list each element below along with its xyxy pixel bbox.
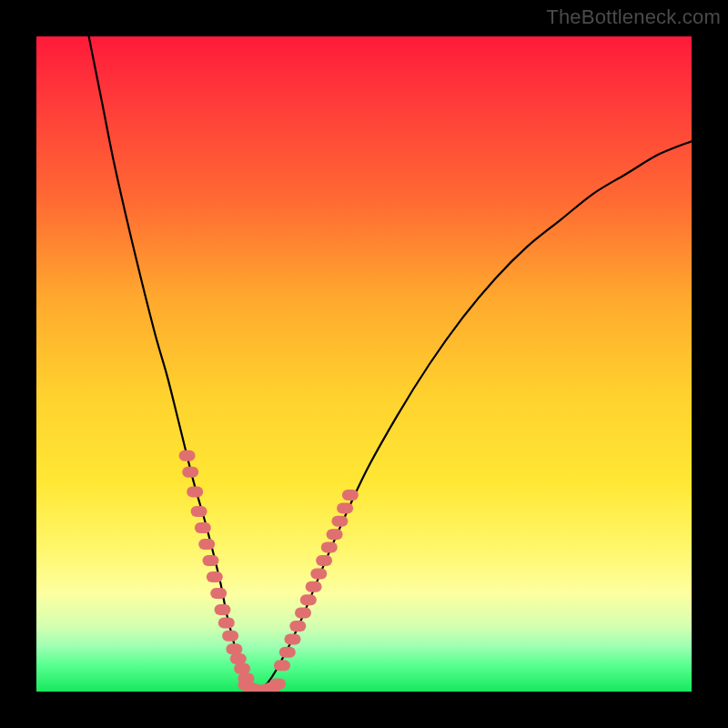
svg-rect-9	[215, 604, 231, 615]
svg-rect-13	[230, 653, 247, 664]
svg-rect-0	[179, 450, 196, 461]
svg-rect-1	[182, 467, 198, 478]
svg-rect-12	[226, 643, 242, 654]
svg-rect-7	[207, 571, 223, 582]
svg-rect-27	[295, 608, 311, 619]
svg-rect-28	[300, 594, 317, 605]
svg-rect-14	[234, 663, 250, 674]
chart-svg	[36, 36, 692, 692]
svg-rect-4	[195, 522, 211, 533]
svg-rect-29	[306, 581, 322, 592]
svg-rect-23	[274, 660, 290, 671]
highlight-dots-bottom	[238, 678, 286, 692]
svg-rect-3	[191, 506, 207, 517]
svg-rect-8	[210, 588, 227, 599]
plot-area	[36, 36, 692, 692]
svg-rect-31	[316, 555, 332, 566]
svg-rect-35	[337, 502, 353, 513]
svg-rect-30	[310, 568, 327, 579]
svg-rect-25	[285, 633, 301, 644]
svg-rect-33	[327, 529, 343, 540]
bottleneck-curve	[89, 36, 692, 692]
chart-frame: TheBottleneck.com	[0, 0, 728, 728]
watermark-label: TheBottleneck.com	[546, 5, 721, 29]
svg-rect-10	[218, 617, 235, 628]
svg-rect-26	[289, 621, 306, 632]
svg-rect-34	[331, 516, 348, 527]
svg-rect-24	[279, 647, 296, 658]
svg-rect-6	[203, 555, 219, 566]
svg-rect-11	[222, 631, 238, 642]
svg-rect-2	[187, 486, 203, 497]
svg-rect-22	[269, 678, 286, 689]
svg-rect-5	[198, 539, 215, 550]
svg-rect-36	[342, 490, 359, 500]
svg-rect-32	[321, 542, 338, 553]
